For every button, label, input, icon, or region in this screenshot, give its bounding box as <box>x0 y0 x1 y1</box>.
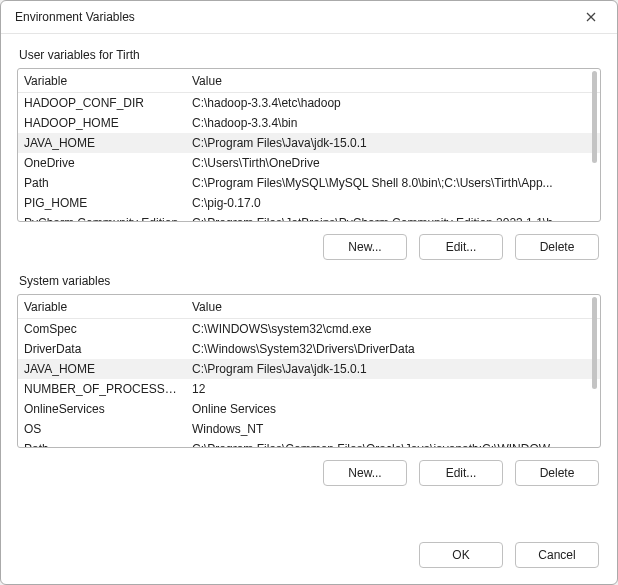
variable-cell: PyCharm Community Edition <box>24 216 192 222</box>
table-row[interactable]: DriverData C:\Windows\System32\Drivers\D… <box>18 339 600 359</box>
table-row[interactable]: NUMBER_OF_PROCESSORS 12 <box>18 379 600 399</box>
variable-cell: OnlineServices <box>24 402 192 416</box>
variable-cell: HADOOP_CONF_DIR <box>24 96 192 110</box>
variable-cell: Path <box>24 442 192 448</box>
value-cell: 12 <box>192 382 594 396</box>
scrollbar-thumb[interactable] <box>592 71 597 163</box>
variable-cell: NUMBER_OF_PROCESSORS <box>24 382 192 396</box>
variable-cell: OS <box>24 422 192 436</box>
system-buttons-row: New... Edit... Delete <box>17 454 601 486</box>
user-variables-label: User variables for Tirth <box>17 48 601 62</box>
table-row[interactable]: PIG_HOME C:\pig-0.17.0 <box>18 193 600 213</box>
scrollbar-thumb[interactable] <box>592 297 597 389</box>
table-row[interactable]: Path C:\Program Files\Common Files\Oracl… <box>18 439 600 448</box>
system-list-header: Variable Value <box>18 295 600 319</box>
table-row[interactable]: Path C:\Program Files\MySQL\MySQL Shell … <box>18 173 600 193</box>
value-cell: C:\Program Files\Java\jdk-15.0.1 <box>192 362 594 376</box>
system-edit-button[interactable]: Edit... <box>419 460 503 486</box>
table-row[interactable]: JAVA_HOME C:\Program Files\Java\jdk-15.0… <box>18 359 600 379</box>
value-cell: C:\Windows\System32\Drivers\DriverData <box>192 342 594 356</box>
variable-cell: HADOOP_HOME <box>24 116 192 130</box>
value-cell: C:\Users\Tirth\OneDrive <box>192 156 594 170</box>
value-cell: C:\WINDOWS\system32\cmd.exe <box>192 322 594 336</box>
user-variables-listbox[interactable]: Variable Value HADOOP_CONF_DIR C:\hadoop… <box>17 68 601 222</box>
user-list-header: Variable Value <box>18 69 600 93</box>
table-row[interactable]: HADOOP_HOME C:\hadoop-3.3.4\bin <box>18 113 600 133</box>
variable-cell: JAVA_HOME <box>24 362 192 376</box>
value-cell: C:\hadoop-3.3.4\etc\hadoop <box>192 96 594 110</box>
environment-variables-dialog: Environment Variables User variables for… <box>0 0 618 585</box>
table-row[interactable]: PyCharm Community Edition C:\Program Fil… <box>18 213 600 222</box>
user-variables-section: User variables for Tirth Variable Value … <box>17 48 601 260</box>
system-variables-section: System variables Variable Value ComSpec … <box>17 274 601 486</box>
value-cell: C:\hadoop-3.3.4\bin <box>192 116 594 130</box>
close-button[interactable] <box>577 7 605 27</box>
value-cell: C:\Program Files\JetBrains\PyCharm Commu… <box>192 216 594 222</box>
dialog-footer: OK Cancel <box>1 530 617 584</box>
system-delete-button[interactable]: Delete <box>515 460 599 486</box>
user-header-value[interactable]: Value <box>192 74 594 88</box>
dialog-title: Environment Variables <box>15 10 135 24</box>
dialog-content: User variables for Tirth Variable Value … <box>1 34 617 530</box>
value-cell: C:\Program Files\MySQL\MySQL Shell 8.0\b… <box>192 176 594 190</box>
user-delete-button[interactable]: Delete <box>515 234 599 260</box>
table-row[interactable]: OneDrive C:\Users\Tirth\OneDrive <box>18 153 600 173</box>
variable-cell: JAVA_HOME <box>24 136 192 150</box>
user-list-rows: HADOOP_CONF_DIR C:\hadoop-3.3.4\etc\hado… <box>18 93 600 222</box>
system-header-value[interactable]: Value <box>192 300 594 314</box>
system-list-rows: ComSpec C:\WINDOWS\system32\cmd.exe Driv… <box>18 319 600 448</box>
table-row[interactable]: JAVA_HOME C:\Program Files\Java\jdk-15.0… <box>18 133 600 153</box>
user-buttons-row: New... Edit... Delete <box>17 228 601 260</box>
system-new-button[interactable]: New... <box>323 460 407 486</box>
variable-cell: DriverData <box>24 342 192 356</box>
value-cell: C:\Program Files\Java\jdk-15.0.1 <box>192 136 594 150</box>
table-row[interactable]: ComSpec C:\WINDOWS\system32\cmd.exe <box>18 319 600 339</box>
user-list-scrollbar[interactable] <box>591 71 598 219</box>
table-row[interactable]: OS Windows_NT <box>18 419 600 439</box>
variable-cell: Path <box>24 176 192 190</box>
value-cell: Windows_NT <box>192 422 594 436</box>
system-header-variable[interactable]: Variable <box>24 300 192 314</box>
system-list-scrollbar[interactable] <box>591 297 598 445</box>
table-row[interactable]: OnlineServices Online Services <box>18 399 600 419</box>
titlebar: Environment Variables <box>1 1 617 34</box>
value-cell: Online Services <box>192 402 594 416</box>
variable-cell: ComSpec <box>24 322 192 336</box>
close-icon <box>586 12 596 22</box>
value-cell: C:\pig-0.17.0 <box>192 196 594 210</box>
variable-cell: PIG_HOME <box>24 196 192 210</box>
system-variables-label: System variables <box>17 274 601 288</box>
value-cell: C:\Program Files\Common Files\Oracle\Jav… <box>192 442 594 448</box>
cancel-button[interactable]: Cancel <box>515 542 599 568</box>
user-header-variable[interactable]: Variable <box>24 74 192 88</box>
ok-button[interactable]: OK <box>419 542 503 568</box>
variable-cell: OneDrive <box>24 156 192 170</box>
user-new-button[interactable]: New... <box>323 234 407 260</box>
user-edit-button[interactable]: Edit... <box>419 234 503 260</box>
table-row[interactable]: HADOOP_CONF_DIR C:\hadoop-3.3.4\etc\hado… <box>18 93 600 113</box>
system-variables-listbox[interactable]: Variable Value ComSpec C:\WINDOWS\system… <box>17 294 601 448</box>
